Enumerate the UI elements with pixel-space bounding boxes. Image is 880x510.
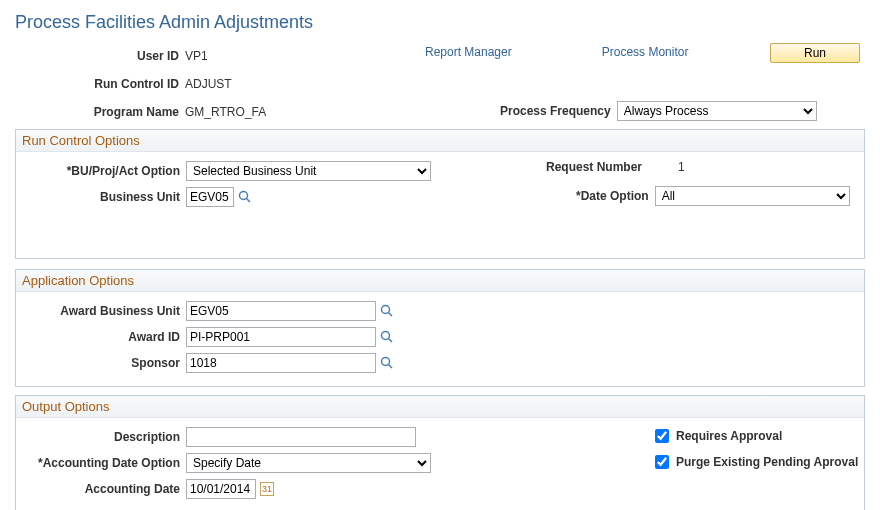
award-bu-input[interactable] <box>186 301 376 321</box>
lookup-icon[interactable] <box>238 190 252 204</box>
svg-point-0 <box>240 192 248 200</box>
lookup-icon[interactable] <box>380 356 394 370</box>
requires-approval-row: Requires Approval <box>651 426 858 446</box>
date-option-select[interactable]: All <box>655 186 850 206</box>
header-row-user: User ID VP1 Report Manager Process Monit… <box>15 45 865 67</box>
bu-proj-act-label: *BU/Proj/Act Option <box>16 164 186 178</box>
user-id-value: VP1 <box>185 49 208 63</box>
purge-label: Purge Existing Pending Aproval <box>676 455 858 469</box>
report-manager-link[interactable]: Report Manager <box>425 45 512 59</box>
calendar-icon[interactable]: 31 <box>260 482 274 496</box>
acct-date-label: Accounting Date <box>16 482 186 496</box>
process-monitor-link[interactable]: Process Monitor <box>602 45 689 59</box>
award-bu-label: Award Business Unit <box>16 304 186 318</box>
header-links: Report Manager Process Monitor <box>425 45 688 59</box>
svg-point-6 <box>382 358 390 366</box>
requires-approval-checkbox[interactable] <box>655 429 669 443</box>
acct-date-input[interactable] <box>186 479 256 499</box>
business-unit-row: Business Unit *Date Option All <box>16 186 864 208</box>
acct-date-option-select[interactable]: Specify Date <box>186 453 431 473</box>
run-control-options-header: Run Control Options <box>16 130 864 152</box>
run-button[interactable]: Run <box>770 43 860 63</box>
date-option-group: *Date Option All <box>576 186 850 206</box>
run-control-id-label: Run Control ID <box>15 77 185 91</box>
svg-point-4 <box>382 332 390 340</box>
award-bu-row: Award Business Unit <box>16 300 864 322</box>
acct-date-option-label: *Accounting Date Option <box>16 456 186 470</box>
business-unit-input[interactable] <box>186 187 234 207</box>
request-number-value: 1 <box>678 160 685 174</box>
output-options-header: Output Options <box>16 396 864 418</box>
purge-checkbox[interactable] <box>655 455 669 469</box>
bu-proj-act-row: *BU/Proj/Act Option Selected Business Un… <box>16 160 864 182</box>
page-title: Process Facilities Admin Adjustments <box>15 12 865 33</box>
requires-approval-label: Requires Approval <box>676 429 782 443</box>
award-id-row: Award ID <box>16 326 864 348</box>
lookup-icon[interactable] <box>380 330 394 344</box>
lookup-icon[interactable] <box>380 304 394 318</box>
run-control-options-box: Run Control Options *BU/Proj/Act Option … <box>15 129 865 259</box>
checkbox-column: Requires Approval Purge Existing Pending… <box>651 426 858 478</box>
header-row-runcontrol: Run Control ID ADJUST <box>15 73 865 95</box>
application-options-header: Application Options <box>16 270 864 292</box>
header-row-program: Program Name GM_RTRO_FA Process Frequenc… <box>15 101 865 123</box>
award-id-input[interactable] <box>186 327 376 347</box>
process-frequency-label: Process Frequency <box>500 104 617 118</box>
sponsor-input[interactable] <box>186 353 376 373</box>
user-id-label: User ID <box>15 49 185 63</box>
svg-line-5 <box>389 339 393 343</box>
sponsor-row: Sponsor <box>16 352 864 374</box>
svg-line-3 <box>389 313 393 317</box>
svg-point-2 <box>382 306 390 314</box>
purge-row: Purge Existing Pending Aproval <box>651 452 858 472</box>
svg-line-7 <box>389 365 393 369</box>
process-frequency-select[interactable]: Always Process <box>617 101 817 121</box>
program-name-value: GM_RTRO_FA <box>185 105 266 119</box>
request-number-label: Request Number <box>546 160 648 174</box>
date-option-label: *Date Option <box>576 189 655 203</box>
process-frequency-row: Process Frequency Always Process <box>500 101 817 121</box>
business-unit-label: Business Unit <box>16 190 186 204</box>
bu-proj-act-select[interactable]: Selected Business Unit <box>186 161 431 181</box>
svg-line-1 <box>247 199 251 203</box>
run-control-id-value: ADJUST <box>185 77 232 91</box>
program-name-label: Program Name <box>15 105 185 119</box>
sponsor-label: Sponsor <box>16 356 186 370</box>
award-id-label: Award ID <box>16 330 186 344</box>
request-number-group: Request Number 1 <box>546 160 685 174</box>
application-options-box: Application Options Award Business Unit … <box>15 269 865 387</box>
description-label: Description <box>16 430 186 444</box>
acct-date-row: Accounting Date 31 <box>16 478 864 500</box>
description-input[interactable] <box>186 427 416 447</box>
output-options-box: Output Options Description *Accounting D… <box>15 395 865 510</box>
